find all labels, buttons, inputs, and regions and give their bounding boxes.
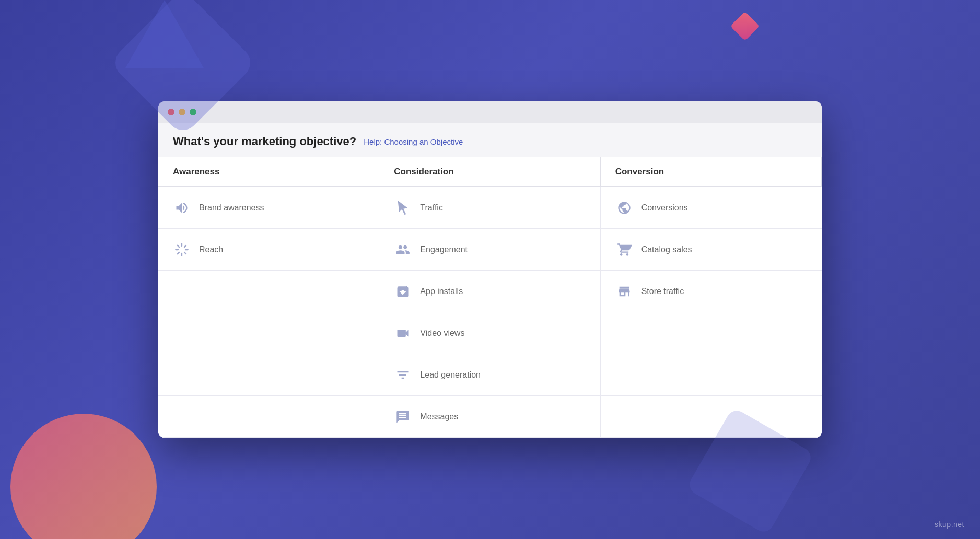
globe-icon (615, 199, 633, 217)
video-views-label: Video views (420, 329, 464, 338)
titlebar (158, 101, 822, 123)
conversion-empty-1 (601, 312, 822, 354)
awareness-empty-1 (158, 271, 379, 312)
conversion-empty-2 (601, 354, 822, 396)
help-link[interactable]: Help: Choosing an Objective (364, 137, 463, 146)
conversion-catalog-sales[interactable]: Catalog sales (601, 229, 822, 271)
app-installs-label: App installs (420, 287, 463, 296)
funnel-icon (394, 366, 412, 384)
awareness-empty-4 (158, 396, 379, 438)
lead-generation-label: Lead generation (420, 370, 481, 380)
box-icon (394, 283, 412, 300)
page-title: What's your marketing objective? (173, 135, 356, 148)
col-header-consideration: Consideration (379, 157, 600, 187)
col-header-conversion: Conversion (601, 157, 822, 187)
conversion-store-traffic[interactable]: Store traffic (601, 271, 822, 312)
awareness-empty-2 (158, 312, 379, 354)
consideration-messages[interactable]: Messages (379, 396, 600, 438)
header: What's your marketing objective? Help: C… (158, 123, 822, 157)
bg-triangle (125, 0, 204, 68)
conversions-label: Conversions (641, 203, 688, 213)
store-traffic-label: Store traffic (641, 287, 684, 296)
engagement-label: Engagement (420, 245, 468, 254)
conversion-empty-3 (601, 396, 822, 438)
brand-awareness-label: Brand awareness (199, 203, 264, 213)
video-icon (394, 324, 412, 342)
reach-label: Reach (199, 245, 223, 254)
reach-icon (173, 241, 191, 259)
conversion-conversions[interactable]: Conversions (601, 187, 822, 229)
col-header-awareness: Awareness (158, 157, 379, 187)
traffic-label: Traffic (420, 203, 443, 213)
watermark: skup.net (935, 520, 964, 529)
consideration-engagement[interactable]: Engagement (379, 229, 600, 271)
awareness-brand-awareness[interactable]: Brand awareness (158, 187, 379, 229)
bg-decoration-diamond (730, 11, 760, 41)
megaphone-icon (173, 199, 191, 217)
catalog-sales-label: Catalog sales (641, 245, 692, 254)
messages-label: Messages (420, 412, 458, 421)
consideration-lead-generation[interactable]: Lead generation (379, 354, 600, 396)
chat-icon (394, 408, 412, 426)
bg-decoration-2 (10, 414, 157, 539)
objectives-grid: Awareness Consideration Conversion Brand… (158, 157, 822, 438)
store-icon (615, 283, 633, 300)
cart-icon (615, 241, 633, 259)
cursor-icon (394, 199, 412, 217)
engagement-icon (394, 241, 412, 259)
consideration-video-views[interactable]: Video views (379, 312, 600, 354)
consideration-traffic[interactable]: Traffic (379, 187, 600, 229)
consideration-app-installs[interactable]: App installs (379, 271, 600, 312)
main-window: What's your marketing objective? Help: C… (158, 101, 822, 438)
awareness-empty-3 (158, 354, 379, 396)
awareness-reach[interactable]: Reach (158, 229, 379, 271)
